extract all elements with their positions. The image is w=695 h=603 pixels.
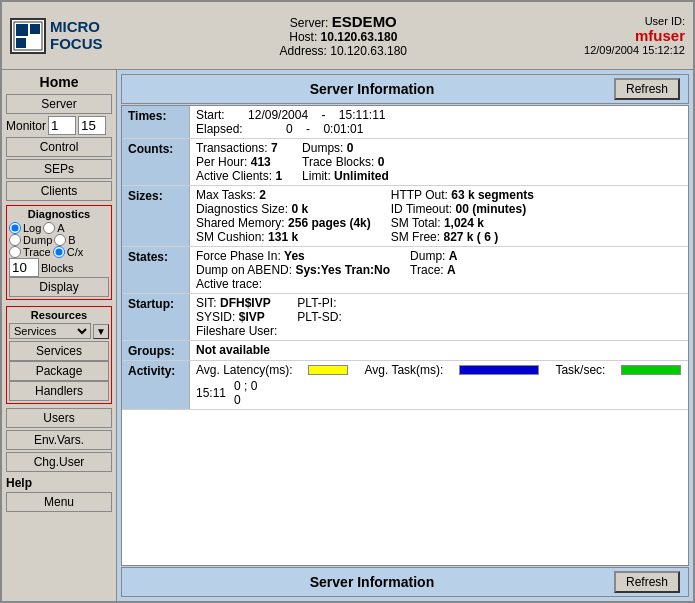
dump-abend-val: Sys:Yes Tran:No [295,263,390,277]
package-button[interactable]: Package [9,361,109,381]
dumps-label: Dumps: [302,141,343,155]
sidebar-home: Home [6,74,112,90]
sm-cushion-label: SM Cushion: [196,230,265,244]
display-button[interactable]: Display [9,277,109,297]
clients-button[interactable]: Clients [6,181,112,201]
radio-a[interactable] [43,222,55,234]
services-select[interactable]: Services [9,323,91,339]
monitor-input2[interactable] [78,116,106,135]
radio-cx[interactable] [53,246,65,258]
shared-memory-label: Shared Memory: [196,216,285,230]
env-vars-button[interactable]: Env.Vars. [6,430,112,450]
main-container: MICRO FOCUS Server: ESDEMO Host: 10.120.… [0,0,695,603]
header-datetime: 12/09/2004 15:12:12 [584,44,685,56]
elapsed-val2: 0:01:01 [323,122,363,136]
chg-user-button[interactable]: Chg.User [6,452,112,472]
plt-sd-label: PLT-SD: [297,310,341,324]
sidebar: Home Server Monitor Control SEPs Clients… [2,70,117,601]
activity-time-val: 15:11 [196,386,226,400]
per-hour-line: Per Hour: 413 [196,155,282,169]
id-timeout-val: 00 (minutes) [455,202,526,216]
logo: MICRO FOCUS [10,18,103,54]
groups-value: Not available [196,343,270,357]
header-center: Server: ESDEMO Host: 10.120.63.180 Addre… [280,13,407,58]
active-trace-line: Active trace: [196,277,390,291]
task-sec-label: Task/sec: [555,363,605,377]
counts-label: Counts: [122,139,190,185]
header-right: User ID: mfuser 12/09/2004 15:12:12 [584,15,685,56]
startup-grid: SIT: DFH$IVP SYSID: $IVP Fileshare User: [196,296,682,338]
radio-row-2: Dump B [9,234,109,246]
users-button[interactable]: Users [6,408,112,428]
handlers-button[interactable]: Handlers [9,381,109,401]
limit-val: Unlimited [334,169,389,183]
services-dropdown-btn[interactable]: ▼ [93,324,109,339]
sm-total-line: SM Total: 1,024 k [391,216,534,230]
groups-row: Groups: Not available [122,341,688,361]
section-title: Server Information [130,81,614,97]
bottom-refresh-button[interactable]: Refresh [614,571,680,593]
activity-labels: Avg. Latency(ms): Avg. Task(ms): Task/se… [196,363,682,377]
top-section-header: Server Information Refresh [121,74,689,104]
radio-b[interactable] [54,234,66,246]
radio-log[interactable] [9,222,21,234]
elapsed-sep: - [306,122,310,136]
startup-row: Startup: SIT: DFH$IVP SYSID: $IVP [122,294,688,341]
start-line: Start: 12/09/2004 - 15:11:11 [196,108,682,122]
sizes-left: Max Tasks: 2 Diagnostics Size: 0 k Share… [196,188,371,244]
avg-latency-label: Avg. Latency(ms): [196,363,292,377]
header: MICRO FOCUS Server: ESDEMO Host: 10.120.… [2,2,693,70]
radio-row-3: Trace C/x [9,246,109,258]
menu-button[interactable]: Menu [6,492,112,512]
services-button[interactable]: Services [9,341,109,361]
seps-button[interactable]: SEPs [6,159,112,179]
start-sep: - [321,108,325,122]
monitor-row: Monitor [6,116,112,135]
http-out-label: HTTP Out: [391,188,448,202]
host-value: 10.120.63.180 [321,30,398,44]
sysid-val: $IVP [239,310,265,324]
id-timeout-label: ID Timeout: [391,202,452,216]
sizes-row: Sizes: Max Tasks: 2 Diagnostics Size: [122,186,688,247]
control-button[interactable]: Control [6,137,112,157]
monitor-input1[interactable] [48,116,76,135]
latency-bar [308,365,348,375]
dump-abend-label: Dump on ABEND: [196,263,292,277]
top-refresh-button[interactable]: Refresh [614,78,680,100]
sm-free-line: SM Free: 827 k ( 6 ) [391,230,534,244]
diag-size-label: Diagnostics Size: [196,202,288,216]
limit-line: Limit: Unlimited [302,169,389,183]
monitor-label: Monitor [6,119,46,133]
trace-val: A [447,263,456,277]
transactions-label: Transactions: [196,141,268,155]
count-line1: 0 ; 0 [234,379,257,393]
force-phase-line: Force Phase In: Yes [196,249,390,263]
sit-line: SIT: DFH$IVP [196,296,277,310]
bottom-section-title: Server Information [130,574,614,590]
b-label: B [68,234,75,246]
activity-time-row: 15:11 0 ; 0 0 [196,379,682,407]
times-content: Start: 12/09/2004 - 15:11:11 Elapsed: [190,106,688,138]
radio-trace[interactable] [9,246,21,258]
dump-line: Dump: A [410,249,457,263]
plt-pi-label: PLT-PI: [297,296,336,310]
server-button[interactable]: Server [6,94,112,114]
sm-total-label: SM Total: [391,216,441,230]
logo-line2: FOCUS [50,36,103,53]
dump-val: A [449,249,458,263]
diag-size-line: Diagnostics Size: 0 k [196,202,371,216]
blocks-input[interactable] [9,258,39,277]
trace-blocks-val: 0 [378,155,385,169]
counts-content: Transactions: 7 Per Hour: 413 Active Cli… [190,139,688,185]
sizes-grid: Max Tasks: 2 Diagnostics Size: 0 k Share… [196,188,682,244]
sm-free-label: SM Free: [391,230,440,244]
sm-cushion-val: 131 k [268,230,298,244]
task-bar [459,365,539,375]
main-content: Server Information Refresh Times: Start:… [117,70,693,601]
radio-dump[interactable] [9,234,21,246]
task-sec-bar [621,365,681,375]
max-tasks-line: Max Tasks: 2 [196,188,371,202]
times-row: Times: Start: 12/09/2004 - 15:11:11 [122,106,688,139]
sizes-right: HTTP Out: 63 k segments ID Timeout: 00 (… [391,188,534,244]
dumps-val: 0 [347,141,354,155]
